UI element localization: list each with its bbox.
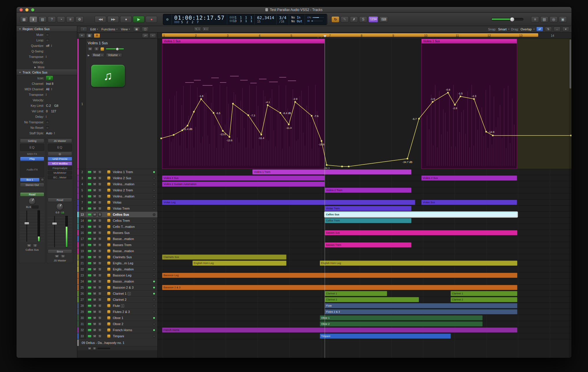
autozoom-icon[interactable]: ▣ bbox=[133, 27, 140, 32]
mute-button[interactable]: M bbox=[93, 225, 97, 229]
region[interactable]: Cellos Sus bbox=[325, 212, 517, 217]
solo-button[interactable]: S bbox=[98, 225, 102, 229]
track-header-19[interactable]: 19MSBasse...mation bbox=[77, 248, 157, 254]
crossfade-button[interactable]: ✗ bbox=[350, 16, 358, 23]
solo-button[interactable]: S bbox=[98, 267, 102, 271]
track-lane-26[interactable]: Clarinet 1Clarinet 1 bbox=[158, 291, 572, 297]
midi-in-icon[interactable]: ⌨ bbox=[379, 16, 388, 23]
track-on-indicator[interactable] bbox=[153, 298, 155, 301]
record-enable-button[interactable] bbox=[88, 323, 91, 325]
track-on-indicator[interactable] bbox=[153, 250, 155, 252]
track-strip-eq-display[interactable]: EQ bbox=[20, 144, 44, 151]
automation-mode-menu[interactable]: Read▾ bbox=[91, 53, 104, 57]
track-lane-13[interactable]: Cellos Sus bbox=[158, 212, 572, 218]
track-param-value[interactable]: Auto bbox=[46, 131, 52, 135]
cycle-button[interactable]: ↻ bbox=[331, 16, 339, 23]
record-enable-button[interactable] bbox=[88, 250, 91, 252]
solo-button[interactable]: S bbox=[94, 47, 99, 51]
record-enable-button[interactable] bbox=[88, 232, 91, 234]
solo-button[interactable]: S bbox=[98, 213, 102, 217]
track-volume-slider[interactable] bbox=[106, 48, 124, 50]
freeze-icon[interactable] bbox=[107, 249, 111, 253]
track-lane-2[interactable]: Violins 1 Trem bbox=[158, 169, 572, 175]
mute-button[interactable]: M bbox=[88, 347, 91, 350]
region-param-value[interactable]: off bbox=[46, 44, 49, 47]
solo-button[interactable]: S bbox=[98, 170, 102, 174]
title-bar[interactable]: Test Parallax Audio VSS2 - Tracks bbox=[16, 7, 572, 13]
freeze-icon[interactable] bbox=[107, 219, 111, 222]
output-strip-plugin-slot[interactable]: MD3 Multiba bbox=[48, 162, 72, 165]
track-name[interactable]: Violins...mation bbox=[113, 182, 153, 186]
mute-button[interactable]: M bbox=[93, 267, 97, 271]
freeze-icon[interactable] bbox=[107, 237, 111, 241]
track-on-indicator[interactable] bbox=[153, 274, 155, 277]
solo-button[interactable]: S bbox=[98, 195, 102, 198]
mute-button[interactable]: M bbox=[93, 207, 97, 210]
track-header-4[interactable]: 4MSViolins...mation bbox=[77, 181, 157, 187]
mute-button[interactable]: M bbox=[93, 310, 97, 314]
track-lane-32[interactable]: French Horns bbox=[158, 327, 572, 333]
browsers-icon[interactable]: ▣ bbox=[559, 16, 567, 23]
record-enable-button[interactable] bbox=[88, 183, 91, 186]
snap-to-grid-button[interactable]: ⇄ bbox=[536, 27, 543, 32]
track-header-13[interactable]: 13MSCellos Sus bbox=[77, 212, 157, 218]
track-param-value[interactable]: C-2 G8 bbox=[46, 104, 58, 107]
track-lane-5[interactable]: Violins 2 Trem bbox=[158, 187, 572, 193]
region[interactable]: Basses Sus bbox=[325, 230, 517, 235]
vertical-scrollbar[interactable] bbox=[569, 39, 572, 358]
freeze-icon[interactable] bbox=[107, 261, 111, 265]
mute-button[interactable]: M bbox=[93, 201, 97, 204]
lcd-settings-icon[interactable]: ⚙ bbox=[163, 14, 172, 25]
track-on-indicator[interactable] bbox=[153, 262, 155, 265]
more-disclosure[interactable]: ▶ More bbox=[16, 65, 77, 69]
minimize-button[interactable] bbox=[25, 8, 29, 12]
track-name[interactable]: Basso...mation bbox=[113, 280, 153, 283]
freeze-icon[interactable] bbox=[107, 182, 111, 186]
arrange-area[interactable]: Violins 1 SusViolins 1 Sus-11.4 dB-1.8-6… bbox=[158, 39, 572, 358]
track-header-6[interactable]: 6MSViolins...mation bbox=[77, 193, 157, 199]
record-enable-button[interactable] bbox=[88, 256, 91, 259]
output-strip-compare-button[interactable]: ◎ bbox=[48, 152, 72, 156]
track-lane-21[interactable]: English Horn LegEnglish Horn Leg bbox=[158, 260, 572, 266]
mute-button[interactable]: M bbox=[93, 182, 97, 186]
region[interactable]: Timpani bbox=[320, 333, 451, 339]
track-lane-20[interactable]: Clarinets Sus bbox=[158, 254, 572, 260]
freeze-icon[interactable] bbox=[107, 298, 111, 301]
track-on-indicator[interactable] bbox=[153, 189, 155, 192]
track-lane-23[interactable]: Bassoon Leg bbox=[158, 272, 572, 278]
output-strip-automation-mode-button[interactable]: Read bbox=[48, 198, 72, 202]
track-name[interactable]: Cellos Sus bbox=[113, 213, 153, 216]
menu-functions[interactable]: Functions▾ bbox=[100, 27, 119, 32]
track-name[interactable]: Englis...rn Leg bbox=[113, 261, 153, 265]
track-strip-setting-button[interactable]: Setting bbox=[20, 139, 44, 143]
track-header-24[interactable]: 24MSBasso...mation bbox=[77, 278, 157, 285]
region[interactable]: Violins 1 Trem bbox=[252, 169, 411, 175]
mute-button[interactable]: M bbox=[93, 188, 97, 192]
rewind-button[interactable]: ◀◀ bbox=[95, 16, 106, 23]
solo-button[interactable]: S bbox=[98, 237, 102, 241]
track-name[interactable]: Clarinet 11 bbox=[113, 292, 153, 295]
quick-help-icon[interactable]: ? bbox=[48, 16, 56, 23]
track-volume-slider[interactable] bbox=[98, 348, 110, 349]
track-on-indicator[interactable] bbox=[153, 268, 155, 271]
freeze-icon[interactable] bbox=[107, 334, 111, 338]
region[interactable]: Violas Sus bbox=[421, 200, 517, 205]
track-on-indicator[interactable] bbox=[153, 323, 155, 325]
region[interactable]: Violins 2 Sus bbox=[162, 175, 325, 181]
track-lane-28[interactable]: Flute bbox=[158, 303, 572, 309]
freeze-icon[interactable] bbox=[107, 231, 111, 234]
track-param-checkbox[interactable] bbox=[46, 121, 49, 124]
track-name[interactable]: Clarinet 2 bbox=[113, 298, 153, 301]
count-badge[interactable]: 1234 bbox=[368, 16, 378, 23]
duplicate-track-button[interactable]: ▦ bbox=[86, 33, 93, 38]
track-on-indicator[interactable] bbox=[153, 280, 155, 283]
region[interactable]: Oboe 2 bbox=[320, 321, 483, 327]
slider-knob[interactable] bbox=[116, 47, 119, 51]
record-enable-button[interactable] bbox=[88, 213, 91, 216]
record-enable-button[interactable] bbox=[88, 219, 91, 222]
track-on-indicator[interactable] bbox=[153, 305, 155, 307]
mute-button[interactable]: M bbox=[93, 298, 97, 302]
track-lane-33[interactable]: Timpani bbox=[158, 333, 572, 339]
track-param-stepper[interactable]: ▴▾ bbox=[54, 132, 55, 135]
track-strip-bus-send[interactable]: Bus 1 bbox=[20, 178, 40, 182]
